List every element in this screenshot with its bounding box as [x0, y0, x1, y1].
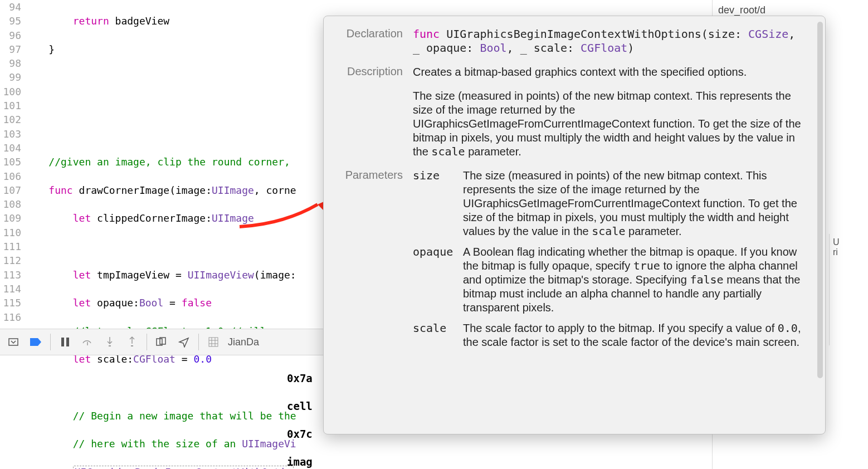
breadcrumb-label[interactable]: JianDa: [228, 336, 259, 348]
debug-toolbar: JianDa: [0, 329, 334, 355]
hide-debug-button[interactable]: [3, 332, 23, 352]
popover-scrollbar[interactable]: [817, 22, 823, 378]
step-out-button[interactable]: [122, 332, 142, 352]
popover-label-declaration: Declaration: [335, 27, 413, 55]
svg-rect-4: [131, 345, 133, 346]
inspector-text: dev_root/d: [718, 4, 862, 16]
toolbar-divider: [50, 334, 51, 350]
location-button[interactable]: [174, 332, 194, 352]
svg-rect-1: [61, 338, 64, 346]
popover-description: Creates a bitmap-based graphics context …: [413, 65, 807, 159]
svg-rect-7: [209, 338, 218, 346]
svg-rect-3: [109, 345, 111, 346]
line-gutter: 9495969798991001011021031041051061071081…: [0, 0, 25, 329]
popover-parameters: size The size (measured in points) of th…: [413, 169, 807, 356]
toolbar-divider: [198, 334, 199, 350]
popover-label-parameters: Parameters: [335, 169, 413, 356]
svg-rect-0: [9, 339, 18, 345]
grid-icon[interactable]: [203, 332, 223, 352]
popover-label-description: Description: [335, 65, 413, 159]
step-into-button[interactable]: [100, 332, 120, 352]
pause-button[interactable]: [55, 332, 75, 352]
toolbar-divider: [147, 334, 147, 350]
breakpoints-button[interactable]: [26, 332, 46, 352]
side-panel: U ri: [829, 234, 868, 345]
popover-declaration: func UIGraphicsBeginImageContextWithOpti…: [413, 27, 807, 55]
debug-view-button[interactable]: [152, 332, 172, 352]
step-over-button[interactable]: [77, 332, 97, 352]
quick-help-popover: Declaration func UIGraphicsBeginImageCon…: [323, 16, 826, 434]
svg-rect-2: [66, 338, 69, 346]
highlighted-symbol[interactable]: UIGraphicsBeginImageContextWithOptio: [73, 466, 294, 469]
